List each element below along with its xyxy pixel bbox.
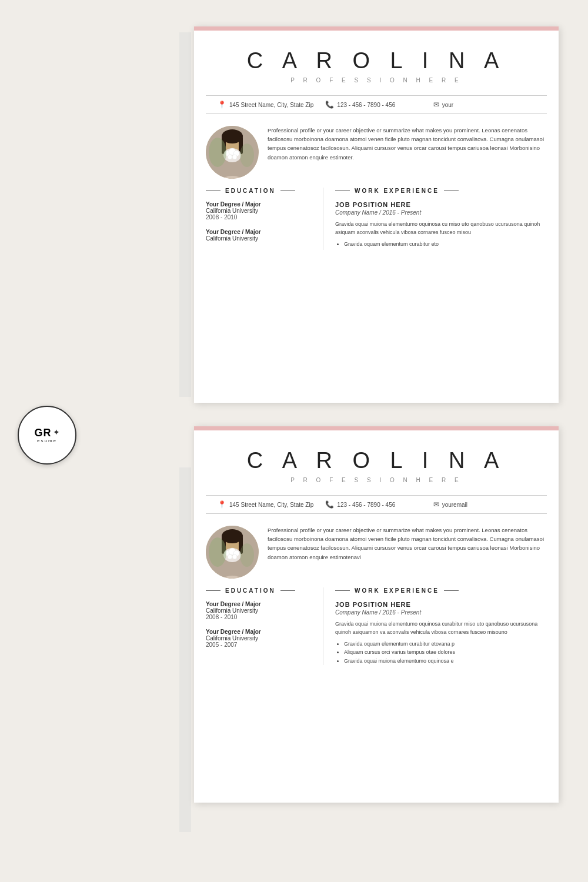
job-company-1: Company Name / 2016 - Present (335, 209, 547, 216)
resume-profession-2: P R O F E S S I O N H E R E (206, 477, 547, 483)
svg-point-2 (215, 176, 250, 179)
resume-header-1: C A R O L I N A P R O F E S S I O N H E … (194, 31, 559, 92)
resume-header-2: C A R O L I N A P R O F E S S I O N H E … (194, 430, 559, 492)
education-col-1: EDUCATION Your Degree / Major California… (206, 188, 323, 250)
logo-resume-text: esume (37, 438, 57, 443)
work-col-1: WORK EXPERIENCE JOB POSITION HERE Compan… (323, 188, 547, 250)
resume-profession-1: P R O F E S S I O N H E R E (206, 77, 547, 83)
edu-school-2-2: California University (206, 635, 314, 642)
resume-contact-bar-1: 📍 145 Street Name, City, State Zip 📞 123… (206, 95, 547, 114)
work-col-2: WORK EXPERIENCE JOB POSITION HERE Compan… (323, 587, 547, 665)
svg-point-17 (215, 576, 250, 579)
pink-bar-1 (194, 26, 559, 31)
contact-phone-2: 📞 123 - 456 - 7890 - 456 (325, 500, 427, 509)
education-title-2: EDUCATION (206, 587, 314, 594)
job-title-1: JOB POSITION HERE (335, 201, 547, 208)
job-bullets-1: Gravida oquam elementum curabitur eto (335, 240, 547, 248)
job-title-2: JOB POSITION HERE (335, 601, 547, 608)
contact-phone-1: 📞 123 - 456 - 7890 - 456 (325, 101, 427, 109)
resume-card-1: C A R O L I N A P R O F E S S I O N H E … (194, 26, 559, 403)
phone-icon-2: 📞 (325, 500, 334, 509)
bullet-1-1: Gravida oquam elementum curabitur eto (344, 240, 547, 248)
edu-year-2-2: 2005 - 2007 (206, 642, 314, 648)
job-desc-1: Gravida oquai muiona elementumo oquinosa… (335, 220, 547, 236)
resume-columns-2: EDUCATION Your Degree / Major California… (194, 587, 559, 677)
bullet-2-1: Gravida oquam elementum curabitur etovan… (344, 640, 547, 648)
edu-degree-1-1: Your Degree / Major (206, 201, 314, 208)
work-title-2: WORK EXPERIENCE (335, 587, 547, 594)
job-bullets-2: Gravida oquam elementum curabitur etovan… (335, 640, 547, 665)
education-title-1: EDUCATION (206, 188, 314, 194)
contact-email-1: ✉ your (433, 101, 535, 109)
svg-point-28 (209, 537, 226, 567)
edu-degree-2-2: Your Degree / Major (206, 629, 314, 635)
profile-photo-1 (206, 126, 259, 179)
location-icon-2: 📍 (218, 500, 226, 509)
email-icon-1: ✉ (433, 101, 439, 109)
work-title-1: WORK EXPERIENCE (335, 188, 547, 194)
edu-year-1-1: 2008 - 2010 (206, 214, 314, 220)
svg-point-14 (240, 143, 254, 167)
edu-item-2-1: Your Degree / Major California Universit… (206, 601, 314, 620)
resume-name-1: C A R O L I N A (206, 48, 547, 74)
pink-bar-2 (194, 426, 559, 430)
edu-item-2-2: Your Degree / Major California Universit… (206, 629, 314, 648)
resume-contact-bar-2: 📍 145 Street Name, City, State Zip 📞 123… (206, 495, 547, 514)
shadow-1 (179, 32, 191, 397)
edu-degree-1-2: Your Degree / Major (206, 229, 314, 235)
edu-item-1-2: Your Degree / Major California Universit… (206, 229, 314, 242)
logo-circle: GR ✦ esume (18, 406, 76, 465)
contact-address-1: 📍 145 Street Name, City, State Zip (218, 101, 319, 109)
shadow-2 (179, 467, 191, 832)
resume-body-2: Professional profile or your career obje… (194, 517, 559, 587)
resume-name-2: C A R O L I N A (206, 448, 547, 473)
resume-columns-1: EDUCATION Your Degree / Major California… (194, 188, 559, 262)
logo-leaf-icon: ✦ (53, 427, 60, 437)
email-icon-2: ✉ (433, 500, 439, 509)
profile-text-2: Professional profile or your career obje… (268, 526, 547, 579)
contact-address-2: 📍 145 Street Name, City, State Zip (218, 500, 319, 509)
profile-photo-2 (206, 526, 259, 579)
svg-point-11 (228, 155, 232, 159)
phone-icon-1: 📞 (325, 101, 334, 109)
resume-card-2: C A R O L I N A P R O F E S S I O N H E … (194, 426, 559, 803)
edu-school-1-2: California University (206, 235, 314, 242)
svg-point-29 (240, 543, 254, 567)
edu-item-1-1: Your Degree / Major California Universit… (206, 201, 314, 220)
bullet-2-2: Aliquam cursus orci varius tempus otae d… (344, 648, 547, 656)
page-wrapper: C A R O L I N A P R O F E S S I O N H E … (0, 0, 588, 882)
svg-point-27 (232, 554, 237, 559)
svg-point-13 (209, 138, 226, 167)
svg-point-26 (228, 554, 232, 559)
job-desc-2: Gravida oquai muiona elementumo oquinosa… (335, 620, 547, 636)
svg-point-12 (232, 155, 237, 159)
edu-school-2-1: California University (206, 607, 314, 614)
education-col-2: EDUCATION Your Degree / Major California… (206, 587, 323, 665)
profile-text-1: Professional profile or your career obje… (268, 126, 547, 179)
edu-degree-2-1: Your Degree / Major (206, 601, 314, 607)
edu-school-1-1: California University (206, 208, 314, 214)
location-icon-1: 📍 (218, 101, 226, 109)
logo-gr-text: GR (35, 427, 52, 438)
bullet-2-3: Gravida oquai muiona elementumo oquinosa… (344, 657, 547, 665)
contact-email-2: ✉ youremail (433, 500, 535, 509)
resume-body-1: Professional profile or your career obje… (194, 117, 559, 188)
edu-year-2-1: 2008 - 2010 (206, 614, 314, 620)
job-company-2: Company Name / 2016 - Present (335, 609, 547, 616)
